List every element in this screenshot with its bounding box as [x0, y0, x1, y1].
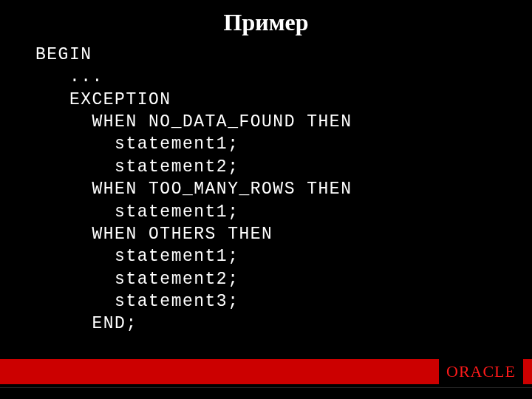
code-line: BEGIN: [35, 44, 532, 66]
code-line: EXCEPTION: [35, 89, 532, 111]
code-line: WHEN NO_DATA_FOUND THEN: [35, 111, 532, 133]
code-line: statement2;: [35, 268, 532, 290]
footer-bar: ORACLE: [0, 359, 532, 384]
code-line: END;: [35, 313, 532, 335]
code-line: statement3;: [35, 290, 532, 313]
code-line: statement1;: [35, 133, 532, 155]
code-line: WHEN OTHERS THEN: [35, 223, 532, 245]
brand-box: ORACLE: [439, 359, 523, 384]
divider-line: [0, 387, 532, 388]
code-line: ...: [35, 66, 532, 88]
code-line: statement1;: [35, 201, 532, 223]
code-block: BEGIN ... EXCEPTION WHEN NO_DATA_FOUND T…: [0, 44, 532, 335]
code-line: statement1;: [35, 245, 532, 267]
slide-title: Пример: [0, 0, 532, 44]
code-line: statement2;: [35, 156, 532, 178]
brand-label: ORACLE: [446, 362, 516, 381]
slide: Пример BEGIN ... EXCEPTION WHEN NO_DATA_…: [0, 0, 532, 399]
code-line: WHEN TOO_MANY_ROWS THEN: [35, 178, 532, 200]
